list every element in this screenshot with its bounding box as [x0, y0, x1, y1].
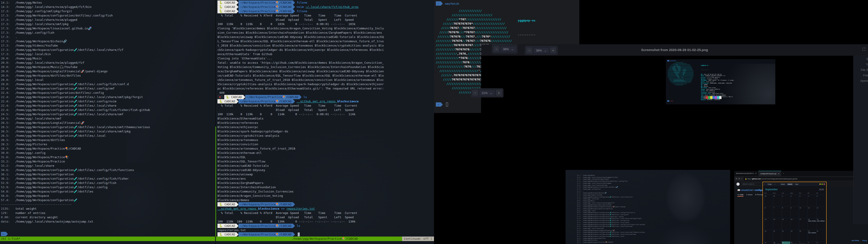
- mini-autojump-list: 14.1:/home/ygg/Notes14.3:/home/ygg/.loca…: [577, 175, 645, 244]
- calendar-cell[interactable]: 11: [807, 207, 816, 218]
- calendar-cell[interactable]: 30🌡 15.6 °CMaz… 01:00 pm: [790, 241, 799, 244]
- calendar-cell[interactable]: 1🌡 16.2 °C: [799, 241, 807, 244]
- cadcad-shell-pane[interactable]: 🐍 CADCAD~/Workspace/Practice🪁/CADCAD fcl…: [217, 0, 433, 237]
- zoom-control-a[interactable]: − 38%⌄: [492, 44, 518, 54]
- fish-prompt-idle[interactable]: ~: [436, 102, 448, 106]
- terminal-line: % Total % Received % Xferd Average Speed…: [217, 211, 433, 215]
- zoom-control-c[interactable]: − 21%⌄ +: [471, 88, 503, 97]
- zoom-out-icon[interactable]: −: [472, 90, 478, 96]
- list-item: 31.6:/home/ygg/Workspace/Practice🪁: [1, 155, 215, 159]
- calendar-cell[interactable]: 29🌡 18.4 °C: [782, 241, 790, 244]
- terminal-line: __github_get_org_repos blockscience >> r…: [217, 207, 433, 211]
- screenshot-image-helmet-terminal[interactable]: 14.1:/home/ygg/Notes14.3:/home/ygg/.loca…: [565, 170, 730, 244]
- list-item: 20.0:/home/ygg/Workspace/Music🎧/YouTube: [1, 65, 215, 69]
- zoom-out-icon[interactable]: −: [526, 48, 532, 53]
- list-item: 17.3:/home/ygg/Workspace/Qichain🔗: [577, 192, 645, 194]
- list-item: 53.9:/home/ygg/Workspace/configuration🧪/…: [1, 185, 215, 189]
- calendar-cell[interactable]: 3: [799, 195, 807, 207]
- list-item: 17.3:/home/ygg/.local/share/nvim/plugged: [1, 18, 215, 22]
- list-item: 17.3:/home/ygg/.local/share/nvim/plugged: [577, 182, 645, 184]
- list-item: 20.0:/home/ygg/Workspace/dotfiles/dotfil…: [577, 208, 645, 210]
- image-properties-sidebar[interactable]: SiTyFile SiFoldApertu: [853, 55, 868, 224]
- terminal-line: BlockScience/cryptokitties-analysis: [217, 133, 433, 138]
- calendar-cell[interactable]: 17: [799, 218, 807, 230]
- calendar-cell[interactable]: 18Meta… 03:30 pm: [807, 218, 816, 230]
- calendar-cell[interactable]: 16: [790, 218, 799, 230]
- zoom-in-icon[interactable]: +: [550, 48, 556, 53]
- calendar-cell[interactable]: 20: [764, 230, 773, 242]
- firefox-tab-strip: BlockScience/cadCAD-O... ✕ configuration…: [734, 171, 868, 176]
- calendar-cell[interactable]: 26: [816, 230, 825, 242]
- list-item: 28.3:/home/ygg/Pictures: [1, 142, 215, 146]
- calendar-cell[interactable]: 31: [773, 195, 781, 207]
- terminal-line: Dload Upload Total Spent Left Speed: [217, 108, 433, 112]
- autojump-stats: 2135:total weight129:number of entries0.…: [1, 207, 215, 219]
- screenshot-image-moon-neofetch[interactable]: ~neofetch ///////////// ////////////////…: [666, 59, 775, 104]
- autojump-list-pane[interactable]: 14.1:/home/ygg/Notes14.3:/home/ygg/.loca…: [1, 0, 215, 224]
- calendar-cell[interactable]: 2: [790, 195, 799, 207]
- zoom-out-icon[interactable]: −: [493, 46, 499, 52]
- list-item: 17.3:/home/ygg/Workspace/configuration/d…: [1, 13, 215, 18]
- calendar-cell[interactable]: 9: [790, 207, 799, 218]
- calendar-cell[interactable]: 15: [782, 218, 790, 230]
- calendar-cell[interactable]: 23: [790, 230, 799, 242]
- calendar-cell[interactable]: 6: [764, 207, 773, 218]
- calendar-cell[interactable]: 30: [764, 195, 773, 207]
- list-item: 17.3:/home/ygg/Videos/YouTube: [1, 43, 215, 48]
- text-cursor: [446, 102, 448, 106]
- screenshot-image-browser[interactable]: BlockScience/cadCAD-O... ✕ configuration…: [734, 171, 868, 244]
- list-item: 20.0:/home/ygg/Workspace/configuration🧪/…: [1, 82, 215, 86]
- tmux-status-bar-left[interactable]: [0] 1:fish*: [0, 237, 216, 241]
- calendar-cell[interactable]: 3: [816, 241, 825, 244]
- fish-prompt-left[interactable]: ~: [1, 232, 8, 236]
- list-item: 17.3:/home/ygg/Videos/YouTube: [577, 194, 645, 196]
- terminal-line: BlockScience/InterchainFoundation: [217, 185, 433, 189]
- terminal-line: 🐍 CADCAD~/Workspace/Practice🪁/CADCAD: [217, 202, 433, 207]
- calendar-cell[interactable]: 21: [773, 230, 781, 242]
- calendar-cell[interactable]: 25Kim… 11:00 am: [807, 230, 816, 242]
- calendar-cell[interactable]: 28UTh… 02:00 pm: [773, 241, 781, 244]
- list-item: 17.3:/home/ygg/.config/omf/pkg/forgit: [1, 9, 215, 13]
- zoom-level: 21%: [482, 91, 488, 95]
- zoom-control-b[interactable]: − 38%⌄ +: [525, 46, 558, 55]
- gnome-calendar-window[interactable]: + Today ‹ › WeekMonthYear September 2020…: [763, 182, 827, 244]
- firefox-toolbar: ⟲ ⟳ ⌂ 🔒 https://github.com/LinuxIsCool/c…: [734, 176, 868, 181]
- terminal-scrollback: 🐍 CADCAD~/Workspace/Practice🪁/CADCAD fcl…: [217, 0, 433, 237]
- terminal-line: fatal: unable to access 'https://github.…: [217, 61, 433, 65]
- terminal-line: BlockScience/Aragon_Conviction_Voting: [217, 194, 433, 198]
- terminal-line: sion_Currencies BlockScience/InterchainF…: [217, 30, 433, 35]
- calendar-cell[interactable]: 22: [782, 230, 790, 242]
- list-item: 17.3:/home/ygg/.config/omf/pkg/forgit: [577, 178, 645, 180]
- divider-dashes: ----------------------------------------: [1, 202, 72, 207]
- calendar-cell[interactable]: 14: [773, 218, 781, 230]
- calendar-cell[interactable]: 7: [773, 207, 781, 218]
- calendar-cell[interactable]: 5: [816, 195, 825, 207]
- calendar-cell[interactable]: 12: [816, 207, 825, 218]
- calendar-cell[interactable]: 13: [764, 218, 773, 230]
- add-event-icon: +: [764, 183, 765, 185]
- list-item: 17.3:/home/ygg/Workspace/Qichain🔗: [1, 39, 215, 43]
- tmux-status-bar-middle[interactable]: /home/ygg/Workspace/Practice🪁/CADCAD Con…: [216, 237, 434, 241]
- list-item: 17.3:/home/ygg/Workspace/configuration🧪/…: [1, 48, 215, 52]
- calendar-cell[interactable]: 8: [782, 207, 790, 218]
- zoom-in-icon[interactable]: +: [496, 90, 502, 96]
- terminal-line: Dload Upload Total Spent Left Speed: [217, 215, 433, 219]
- list-item: 33.2:/home/ygg/Workspace/Practice: [1, 159, 215, 163]
- command-text: neofetch: [445, 2, 459, 5]
- calendar-cell[interactable]: 2: [807, 241, 816, 244]
- list-item: 36.1:/home/ygg/Workspace/configuration🧪/…: [1, 177, 215, 181]
- zoom-level: 38%: [536, 49, 542, 52]
- calendar-cell[interactable]: 10: [799, 207, 807, 218]
- terminal-line: BlockScience/Community_Inclusion_Currenc…: [217, 189, 433, 194]
- list-item: 0.00:current directory weight: [1, 215, 215, 219]
- calendar-cell[interactable]: 24: [799, 230, 807, 242]
- github-search-box: Search or jump to...: [741, 183, 764, 186]
- list-item: 22.4:/home/ygg/Workspace/configuration🧪/…: [577, 214, 645, 216]
- calendar-cell[interactable]: 4: [807, 195, 816, 207]
- calendar-cell[interactable]: 19LAD… 03:00 pm: [816, 218, 825, 230]
- terminal-line: 100 119k 0 119k 0 0 114k 0 --:--:-- 0:00…: [217, 112, 433, 116]
- fullscreen-icon[interactable]: ⛶: [863, 47, 865, 52]
- terminal-line: % Total % Received % Xferd Average Speed…: [217, 103, 433, 108]
- calendar-cell[interactable]: 1: [782, 195, 790, 207]
- calendar-cell[interactable]: 27: [764, 241, 773, 244]
